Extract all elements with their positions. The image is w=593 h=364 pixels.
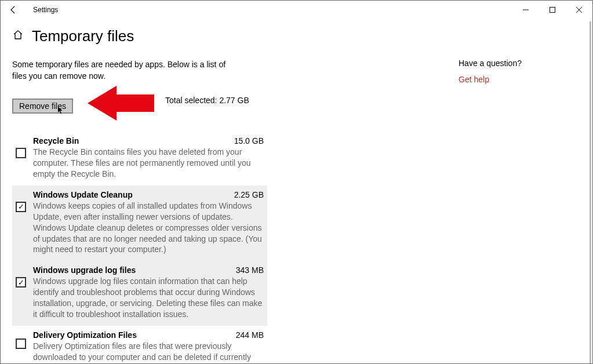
back-button[interactable]: [1, 1, 26, 19]
window-title: Settings: [33, 6, 58, 14]
item-name: Delivery Optimization Files: [33, 330, 137, 340]
list-item[interactable]: ✓ Windows upgrade log files 343 MB Windo…: [12, 261, 267, 326]
scrollbar[interactable]: [590, 21, 591, 363]
checkbox[interactable]: [16, 148, 26, 158]
file-categories-list: Recycle Bin 15.0 GB The Recycle Bin cont…: [12, 132, 267, 363]
titlebar: Settings: [1, 1, 592, 19]
maximize-button[interactable]: [539, 1, 566, 19]
help-heading: Have a question?: [459, 59, 574, 68]
action-row: Remove files Total selected: 2.77 GB: [12, 93, 267, 119]
item-name: Windows Update Cleanup: [33, 190, 133, 199]
item-name: Recycle Bin: [33, 136, 79, 145]
item-size: 2.25 GB: [234, 190, 264, 199]
main-column: Some temporary files are needed by apps.…: [12, 59, 267, 363]
list-item[interactable]: Recycle Bin 15.0 GB The Recycle Bin cont…: [12, 132, 267, 185]
item-size: 244 MB: [236, 330, 264, 340]
total-selected: Total selected: 2.77 GB: [165, 96, 249, 105]
list-item[interactable]: ✓ Windows Update Cleanup 2.25 GB Windows…: [12, 185, 267, 261]
item-description: Windows keeps copies of all installed up…: [33, 201, 264, 255]
checkbox[interactable]: [16, 338, 26, 349]
list-item[interactable]: Delivery Optimization Files 244 MB Deliv…: [12, 326, 267, 363]
page-title: Temporary files: [32, 27, 134, 45]
item-description: Delivery Optimization files are files th…: [33, 341, 264, 363]
minimize-button[interactable]: [512, 1, 539, 19]
svg-rect-1: [550, 8, 555, 13]
item-description: The Recycle Bin contains files you have …: [33, 147, 264, 180]
remove-files-button[interactable]: Remove files: [12, 99, 73, 114]
page-header: Temporary files: [12, 27, 581, 45]
close-button[interactable]: [566, 1, 592, 19]
home-icon[interactable]: [12, 29, 24, 43]
checkbox[interactable]: ✓: [16, 277, 26, 287]
item-description: Windows upgrade log files contain inform…: [33, 276, 264, 320]
intro-text: Some temporary files are needed by apps.…: [12, 59, 232, 82]
total-selected-label: Total selected:: [165, 96, 217, 105]
item-size: 343 MB: [236, 265, 264, 275]
item-name: Windows upgrade log files: [33, 265, 136, 275]
item-size: 15.0 GB: [234, 136, 264, 145]
window-controls: [512, 1, 592, 19]
svg-marker-2: [88, 86, 154, 121]
content-area: Temporary files Some temporary files are…: [1, 19, 592, 363]
checkbox[interactable]: ✓: [16, 202, 26, 212]
help-sidebar: Have a question? Get help: [459, 59, 574, 84]
total-selected-value: 2.77 GB: [219, 96, 249, 105]
get-help-link[interactable]: Get help: [459, 75, 574, 84]
annotation-arrow-icon: [88, 83, 157, 125]
